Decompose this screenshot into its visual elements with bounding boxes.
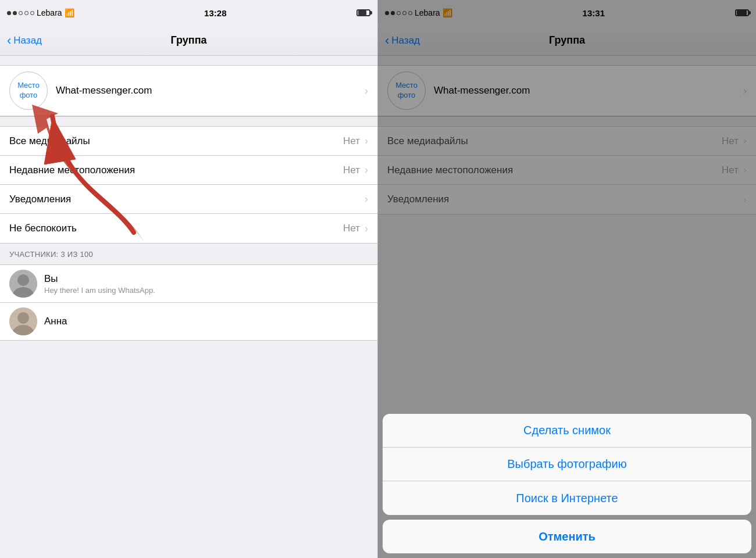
action-sheet-options-group: Сделать снимок Выбрать фотографию Поиск … bbox=[383, 414, 751, 515]
photo-placeholder-text: Место фото bbox=[17, 81, 40, 101]
participant-name-you: Вы bbox=[44, 273, 155, 285]
right-phone-panel: Lebara 📶 13:31 ‹ Назад Группа Место фото… bbox=[378, 0, 756, 558]
location-label: Недавние местоположения bbox=[9, 164, 343, 176]
left-photo-row[interactable]: Место фото What-messenger.com › bbox=[0, 66, 377, 116]
photo-placeholder[interactable]: Место фото bbox=[9, 71, 48, 110]
participant-status-you: Hey there! I am using WhatsApp. bbox=[44, 286, 155, 295]
media-value: Нет bbox=[343, 135, 360, 147]
left-nav-bar: ‹ Назад Группа bbox=[0, 26, 377, 56]
battery-icon bbox=[356, 9, 370, 16]
left-phone-panel: Lebara 📶 13:28 ‹ Назад Группа Место фото… bbox=[0, 0, 378, 558]
svg-point-1 bbox=[17, 274, 29, 286]
dot-4 bbox=[24, 11, 28, 15]
watermark: WHATMESSENGER.COM bbox=[668, 546, 749, 553]
back-chevron-icon: ‹ bbox=[7, 34, 11, 47]
left-settings-list: Все медиафайлы Нет › Недавние местополож… bbox=[0, 126, 377, 244]
left-status-right bbox=[356, 9, 370, 16]
svg-point-4 bbox=[17, 312, 29, 324]
left-time: 13:28 bbox=[204, 8, 226, 18]
participants-header: УЧАСТНИКИ: 3 ИЗ 100 bbox=[0, 244, 377, 264]
battery-fill bbox=[358, 10, 366, 15]
left-notifications-item[interactable]: Уведомления › bbox=[0, 185, 377, 214]
left-back-button[interactable]: ‹ Назад bbox=[7, 34, 42, 47]
media-chevron-icon: › bbox=[365, 135, 368, 147]
dot-2 bbox=[13, 11, 17, 15]
participant-avatar-you bbox=[9, 270, 37, 298]
left-status-left: Lebara 📶 bbox=[7, 8, 74, 17]
dot-3 bbox=[19, 11, 23, 15]
wifi-icon: 📶 bbox=[65, 8, 74, 17]
notifications-chevron-icon: › bbox=[365, 193, 368, 205]
participants-list: Вы Hey there! I am using WhatsApp. Анна bbox=[0, 264, 377, 341]
location-chevron-icon: › bbox=[365, 164, 368, 176]
left-dnd-item[interactable]: Не беспокоить Нет › bbox=[0, 214, 377, 243]
take-photo-button[interactable]: Сделать снимок bbox=[383, 414, 751, 448]
dnd-chevron-icon: › bbox=[365, 223, 368, 235]
dot-5 bbox=[30, 11, 34, 15]
dnd-label: Не беспокоить bbox=[9, 223, 343, 234]
participant-row-you[interactable]: Вы Hey there! I am using WhatsApp. bbox=[0, 265, 377, 303]
dot-1 bbox=[7, 11, 11, 15]
participant-info-you: Вы Hey there! I am using WhatsApp. bbox=[44, 273, 155, 295]
participant-name-anna: Анна bbox=[44, 316, 67, 327]
choose-photo-button[interactable]: Выбрать фотографию bbox=[383, 448, 751, 481]
left-media-item[interactable]: Все медиафайлы Нет › bbox=[0, 127, 377, 156]
dnd-value: Нет bbox=[343, 223, 360, 234]
back-label: Назад bbox=[13, 35, 42, 46]
participant-avatar-anna bbox=[9, 307, 37, 335]
participant-info-anna: Анна bbox=[44, 316, 67, 327]
signal-dots bbox=[7, 11, 34, 15]
action-sheet: Сделать снимок Выбрать фотографию Поиск … bbox=[378, 414, 756, 558]
carrier-label: Lebara bbox=[37, 8, 62, 17]
group-name: What-messenger.com bbox=[56, 85, 365, 96]
left-nav-title: Группа bbox=[170, 34, 206, 46]
left-photo-section: Место фото What-messenger.com › bbox=[0, 65, 377, 117]
search-internet-button[interactable]: Поиск в Интернете bbox=[383, 481, 751, 515]
location-value: Нет bbox=[343, 164, 360, 176]
participant-row-anna[interactable]: Анна bbox=[0, 303, 377, 340]
left-location-item[interactable]: Недавние местоположения Нет › bbox=[0, 156, 377, 185]
photo-chevron-icon: › bbox=[365, 85, 368, 97]
media-label: Все медиафайлы bbox=[9, 135, 343, 147]
left-status-bar: Lebara 📶 13:28 bbox=[0, 0, 377, 26]
notifications-label: Уведомления bbox=[9, 194, 365, 205]
